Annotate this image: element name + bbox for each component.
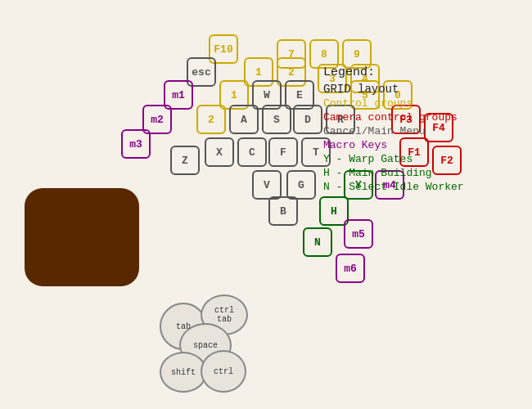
legend-item-0: Control groups xyxy=(323,97,464,110)
modifier-key-cluster: tabctrl tabspaceshiftctrl xyxy=(160,294,266,401)
legend-item-1: Camera control groups xyxy=(323,111,464,124)
legend-grid-label: GRID layout xyxy=(323,83,464,96)
key-b: B xyxy=(268,196,298,226)
key-c: C xyxy=(237,137,267,167)
key-7: 7 xyxy=(277,39,306,69)
key-f: F xyxy=(268,137,298,167)
key-m5: m5 xyxy=(344,219,373,249)
legend-title: Legend: xyxy=(323,65,464,79)
legend-item-2: Cancel/Main Menu xyxy=(323,125,464,137)
key-d: D xyxy=(293,105,322,134)
key-s: S xyxy=(262,105,291,134)
brown-decoration xyxy=(25,188,139,286)
key-n: N xyxy=(303,227,332,257)
key-a: A xyxy=(229,105,259,134)
key-m3: m3 xyxy=(121,129,151,159)
legend-item-5: H - Main Building xyxy=(323,167,464,179)
key-2: 2 xyxy=(196,105,226,134)
key-z: Z xyxy=(170,146,200,175)
key-g: G xyxy=(286,170,316,200)
legend-panel: Legend: GRID layout Control groupsCamera… xyxy=(323,65,464,195)
key-v: V xyxy=(252,170,282,200)
key-x: X xyxy=(205,137,234,167)
legend-item-4: Y - Warp Gates xyxy=(323,153,464,165)
key-m6: m6 xyxy=(336,254,365,283)
legend-item-6: N - Select Idle Worker xyxy=(323,181,464,193)
modifier-key-ctrl: ctrl xyxy=(201,350,246,393)
legend-item-3: Macro Keys xyxy=(323,139,464,151)
